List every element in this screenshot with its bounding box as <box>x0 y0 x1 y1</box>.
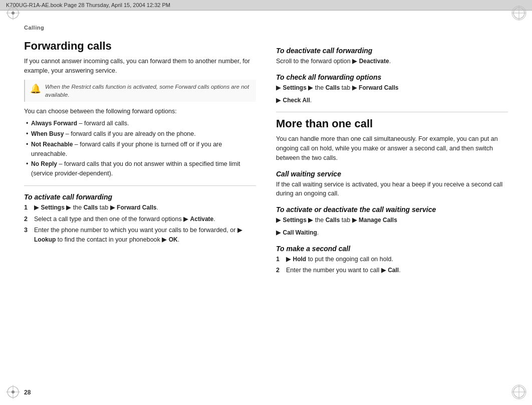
no-reply-desc: – forward calls that you do not answer w… <box>31 160 240 177</box>
list-item: Always Forward – forward all calls. <box>26 119 256 128</box>
corner-bl <box>4 383 22 401</box>
waiting-title: Call waiting service <box>276 170 508 178</box>
corner-tl <box>4 4 22 22</box>
step-num-1: 1 <box>24 203 31 213</box>
step-num-3: 3 <box>24 226 31 245</box>
step-content-2: Select a call type and then one of the f… <box>34 215 256 224</box>
forwarding-intro: If you cannot answer incoming calls, you… <box>24 57 256 76</box>
activate-steps-list: 1 ▶ Settings ▶ the Calls tab ▶ Forward C… <box>24 203 256 245</box>
svg-point-3 <box>12 12 15 15</box>
second-step-num-1: 1 <box>276 255 283 264</box>
content-area: Calling Forwarding calls If you cannot a… <box>0 11 532 405</box>
not-reachable-keyword: Not Reachable <box>31 141 73 148</box>
step-3: 3 Enter the phone number to which you wa… <box>24 226 256 245</box>
list-item: No Reply – forward calls that you do not… <box>26 159 256 178</box>
second-call-steps-list: 1 ▶ Hold to put the ongoing call on hold… <box>276 255 508 276</box>
two-columns: Forwarding calls If you cannot answer in… <box>24 40 508 393</box>
divider <box>24 185 256 186</box>
corner-br <box>510 383 528 401</box>
step-1: 1 ▶ Settings ▶ the Calls tab ▶ Forward C… <box>24 203 256 213</box>
waiting-text: If the call waiting service is activated… <box>276 180 508 199</box>
left-column: Forwarding calls If you cannot answer in… <box>24 40 256 393</box>
when-busy-keyword: When Busy <box>31 130 64 137</box>
deactivate-text: Scroll to the forward option ▶ Deactivat… <box>276 57 508 66</box>
activate-waiting-step-1: ▶ Settings ▶ the Calls tab ▶ Manage Call… <box>276 216 508 225</box>
second-step-2: 2 Enter the number you want to call ▶ Ca… <box>276 266 508 275</box>
step-content-3: Enter the phone number to which you want… <box>34 226 256 245</box>
right-column: To deactivate call forwarding Scroll to … <box>276 40 508 393</box>
when-busy-desc: – forward calls if you are already on th… <box>66 130 196 137</box>
more-calls-text: You can handle more than one call simult… <box>276 134 508 162</box>
activate-waiting-step-2: ▶ Call Waiting. <box>276 228 508 238</box>
list-item: When Busy – forward calls if you are alr… <box>26 129 256 139</box>
top-bar: K700UG-R1A-AE.book Page 28 Thursday, Apr… <box>0 0 532 11</box>
note-text: When the Restrict calls function is acti… <box>45 83 251 99</box>
section-label: Calling <box>24 25 508 31</box>
svg-point-11 <box>12 390 15 393</box>
list-item: Not Reachable – forward calls if your ph… <box>26 140 256 159</box>
corner-tr <box>510 4 528 22</box>
second-call-title: To make a second call <box>276 245 508 253</box>
no-reply-keyword: No Reply <box>31 160 57 167</box>
choose-text: You can choose between the following for… <box>24 107 256 116</box>
check-title: To check all forwarding options <box>276 73 508 81</box>
second-step-content-2: Enter the number you want to call ▶ Call… <box>286 266 508 275</box>
second-step-content-1: ▶ Hold to put the ongoing call on hold. <box>286 255 508 264</box>
always-forward-desc: – forward all calls. <box>79 120 129 127</box>
step-content-1: ▶ Settings ▶ the Calls tab ▶ Forward Cal… <box>34 203 256 213</box>
forward-options-list: Always Forward – forward all calls. When… <box>24 119 256 178</box>
page-number: 28 <box>24 389 31 396</box>
forwarding-calls-title: Forwarding calls <box>24 40 256 53</box>
second-step-1: 1 ▶ Hold to put the ongoing call on hold… <box>276 255 508 264</box>
check-step-2: ▶ Check All. <box>276 96 508 105</box>
activate-forwarding-title: To activate call forwarding <box>24 193 256 201</box>
divider-right <box>276 112 508 112</box>
always-forward-keyword: Always Forward <box>31 120 77 127</box>
page-container: K700UG-R1A-AE.book Page 28 Thursday, Apr… <box>0 0 532 405</box>
check-step-1: ▶ Settings ▶ the Calls tab ▶ Forward Cal… <box>276 83 508 93</box>
more-calls-title: More than one call <box>276 117 508 130</box>
top-bar-text: K700UG-R1A-AE.book Page 28 Thursday, Apr… <box>6 2 170 8</box>
activate-waiting-title: To activate or deactivate the call waiti… <box>276 206 508 214</box>
note-box: 🔔 When the Restrict calls function is ac… <box>24 80 256 102</box>
deactivate-title: To deactivate call forwarding <box>276 47 508 55</box>
note-icon: 🔔 <box>30 83 41 94</box>
second-step-num-2: 2 <box>276 266 283 275</box>
step-2: 2 Select a call type and then one of the… <box>24 215 256 224</box>
step-num-2: 2 <box>24 215 31 224</box>
